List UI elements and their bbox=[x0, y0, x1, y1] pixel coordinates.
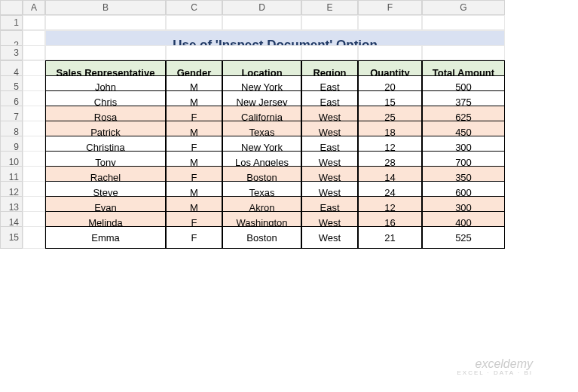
col-header-E[interactable]: E bbox=[301, 0, 358, 15]
corner-cell bbox=[0, 0, 23, 15]
cell-empty bbox=[222, 15, 301, 30]
data-region: West bbox=[301, 226, 358, 249]
cell-empty bbox=[23, 15, 45, 30]
cell-empty bbox=[422, 15, 505, 30]
data-sales-rep: Emma bbox=[45, 226, 166, 249]
col-header-F[interactable]: F bbox=[358, 0, 422, 15]
cell-empty bbox=[166, 15, 222, 30]
col-header-C[interactable]: C bbox=[166, 0, 222, 15]
row-header-3[interactable]: 3 bbox=[0, 45, 23, 60]
col-header-B[interactable]: B bbox=[45, 0, 166, 15]
col-header-A[interactable]: A bbox=[23, 0, 45, 15]
cell-empty bbox=[166, 45, 222, 60]
cell-empty bbox=[422, 45, 505, 60]
cell-empty bbox=[45, 15, 166, 30]
watermark: exceldemy EXCEL · DATA · BI bbox=[457, 357, 533, 377]
data-location: Boston bbox=[222, 226, 301, 249]
data-gender: F bbox=[166, 226, 222, 249]
cell-a15 bbox=[23, 226, 45, 249]
col-header-D[interactable]: D bbox=[222, 0, 301, 15]
row-header-1[interactable]: 1 bbox=[0, 15, 23, 30]
cell-empty bbox=[301, 15, 358, 30]
row-header-15[interactable]: 15 bbox=[0, 226, 23, 249]
cell-empty bbox=[222, 45, 301, 60]
data-total-amount: 525 bbox=[422, 226, 505, 249]
cell-empty bbox=[23, 45, 45, 60]
data-quantity: 21 bbox=[358, 226, 422, 249]
cell-empty bbox=[358, 15, 422, 30]
cell-empty bbox=[358, 45, 422, 60]
watermark-sub: EXCEL · DATA · BI bbox=[457, 370, 533, 377]
col-header-G[interactable]: G bbox=[422, 0, 505, 15]
cell-empty bbox=[301, 45, 358, 60]
watermark-main: exceldemy bbox=[457, 357, 533, 371]
cell-empty bbox=[45, 45, 166, 60]
